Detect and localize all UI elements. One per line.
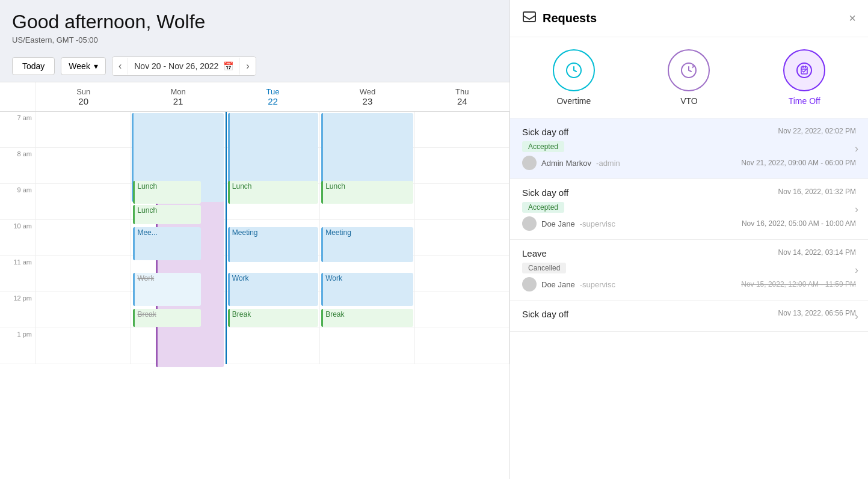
thu-8am	[415, 148, 509, 184]
time-header-spacer	[0, 82, 36, 111]
date-range-text: Nov 20 - Nov 26, 2022	[134, 61, 218, 71]
request-2-status-row: Accepted	[522, 201, 856, 216]
request-1-type: Sick day off	[522, 127, 568, 137]
today-button[interactable]: Today	[12, 57, 55, 75]
request-types: + Overtime VTO	[510, 37, 868, 118]
request-item-1-header: Sick day off Nov 22, 2022, 02:02 PM	[522, 127, 856, 137]
thu-12pm	[415, 292, 509, 328]
request-4-date: Nov 13, 2022, 06:56 PM	[778, 309, 856, 317]
mon-break-event[interactable]: Break	[133, 309, 200, 327]
requests-header: Requests ×	[510, 0, 868, 37]
request-1-user: Admin Markov -admin Nov 21, 2022, 09:00 …	[522, 156, 856, 170]
week-label: Week	[69, 61, 90, 71]
thu-9am	[415, 184, 509, 220]
request-2-avatar	[522, 216, 537, 231]
request-item-4[interactable]: Sick day off Nov 13, 2022, 06:56 PM ›	[510, 301, 868, 332]
request-3-chevron: ›	[855, 264, 858, 276]
tue-work-event[interactable]: Work	[228, 273, 318, 306]
request-3-type: Leave	[522, 248, 547, 258]
time-12pm: 12 pm	[0, 292, 35, 328]
request-3-avatar	[522, 277, 537, 291]
request-item-1[interactable]: Sick day off Nov 22, 2022, 02:02 PM Acce…	[510, 118, 868, 179]
close-button[interactable]: ×	[849, 11, 856, 25]
request-2-type: Sick day off	[522, 188, 568, 198]
day-col-wed: Lunch Meeting Work Break	[320, 112, 414, 364]
request-1-username: Admin Markov	[541, 159, 591, 168]
sun-11am	[36, 256, 130, 292]
time-11am: 11 am	[0, 256, 35, 292]
week-selector[interactable]: Week ▾	[61, 57, 106, 75]
request-item-3-header: Leave Nov 14, 2022, 03:14 PM	[522, 248, 856, 258]
request-4-type: Sick day off	[522, 309, 568, 319]
right-panel: Requests × + Overtime VTO	[510, 0, 868, 479]
request-2-role: -supervisc	[580, 219, 615, 228]
request-2-date: Nov 16, 2022, 01:32 PM	[778, 188, 856, 196]
tue-meeting-event[interactable]: Meeting	[228, 227, 318, 262]
request-3-user: Doe Jane -supervisc Nov 15, 2022, 12:00 …	[522, 277, 856, 291]
tue-1pm	[227, 328, 319, 364]
request-1-status-row: Accepted	[522, 141, 856, 156]
inbox-icon	[522, 10, 537, 27]
calendar-toolbar: Today Week ▾ ‹ Nov 20 - Nov 26, 2022 📅 ›	[0, 50, 509, 82]
svg-rect-5	[801, 67, 807, 74]
request-1-avatar	[522, 156, 537, 170]
request-type-timeoff[interactable]: Time Off	[783, 49, 825, 106]
day-header-wed: Wed 23	[320, 82, 414, 111]
tue-lunch-event[interactable]: Lunch	[228, 181, 318, 204]
wed-work-event[interactable]: Work	[321, 273, 413, 306]
timezone-text: US/Eastern, GMT -05:00	[12, 35, 497, 44]
date-navigator: ‹ Nov 20 - Nov 26, 2022 📅 ›	[112, 56, 256, 76]
left-panel: Good afternoon, Wolfe US/Eastern, GMT -0…	[0, 0, 510, 479]
wed-lunch-event[interactable]: Lunch	[321, 181, 413, 204]
wed-meeting-event[interactable]: Meeting	[321, 227, 413, 262]
requests-title-text: Requests	[543, 11, 597, 25]
greeting-text: Good afternoon, Wolfe	[12, 11, 497, 33]
calendar-grid: Sun 20 Mon 21 Tue 22 Wed 23 Thu 24	[0, 82, 509, 479]
request-4-chevron: ›	[855, 310, 858, 322]
time-8am: 8 am	[0, 148, 35, 184]
mon-work-label[interactable]: Work	[133, 273, 200, 306]
request-3-badge: Cancelled	[522, 263, 566, 273]
request-type-overtime[interactable]: + Overtime	[553, 49, 595, 106]
request-2-period: Nov 16, 2022, 05:00 AM - 10:00 AM	[742, 219, 856, 228]
request-3-period: Nov 15, 2022, 12:00 AM - 11:59 PM	[741, 280, 856, 288]
request-2-badge: Accepted	[522, 202, 564, 213]
thu-7am	[415, 112, 509, 148]
time-1pm: 1 pm	[0, 328, 35, 364]
wed-1pm	[320, 328, 414, 364]
request-item-2[interactable]: Sick day off Nov 16, 2022, 01:32 PM Acce…	[510, 179, 868, 240]
svg-point-4	[797, 63, 811, 78]
sun-1pm	[36, 328, 130, 364]
sun-9am	[36, 184, 130, 220]
mon-lunch-event-2[interactable]: Lunch	[133, 205, 200, 224]
request-1-badge: Accepted	[522, 141, 564, 152]
day-col-tue: Lunch Meeting Work Break	[226, 112, 320, 364]
wed-break-event[interactable]: Break	[321, 309, 413, 327]
day-header-sun: Sun 20	[36, 82, 131, 111]
tue-break-event[interactable]: Break	[228, 309, 318, 327]
date-range-display: Nov 20 - Nov 26, 2022 📅	[128, 58, 240, 75]
prev-period-button[interactable]: ‹	[112, 57, 128, 75]
page-header: Good afternoon, Wolfe US/Eastern, GMT -0…	[0, 0, 509, 50]
mon-lunch-event[interactable]: Lunch	[133, 181, 200, 204]
time-9am: 9 am	[0, 184, 35, 220]
request-1-date: Nov 22, 2022, 02:02 PM	[778, 127, 856, 135]
request-item-2-header: Sick day off Nov 16, 2022, 01:32 PM	[522, 188, 856, 198]
day-col-thu	[415, 112, 509, 364]
timeoff-label: Time Off	[789, 96, 820, 106]
request-item-4-header: Sick day off Nov 13, 2022, 06:56 PM	[522, 309, 856, 319]
sun-7am	[36, 112, 130, 148]
next-period-button[interactable]: ›	[240, 57, 255, 75]
time-7am: 7 am	[0, 112, 35, 148]
chevron-down-icon: ▾	[94, 61, 98, 71]
mon-meeting-event[interactable]: Mee...	[133, 227, 200, 260]
request-item-3[interactable]: Leave Nov 14, 2022, 03:14 PM Cancelled D…	[510, 240, 868, 301]
day-header-thu: Thu 24	[415, 82, 509, 111]
requests-list: Sick day off Nov 22, 2022, 02:02 PM Acce…	[510, 118, 868, 479]
thu-1pm	[415, 328, 509, 364]
calendar-icon[interactable]: 📅	[223, 61, 233, 71]
request-type-vto[interactable]: VTO	[668, 49, 710, 106]
day-col-sun	[36, 112, 131, 364]
sun-10am	[36, 220, 130, 256]
calendar-body: 7 am 8 am 9 am 10 am 11 am 12 pm 1 pm	[0, 112, 509, 364]
